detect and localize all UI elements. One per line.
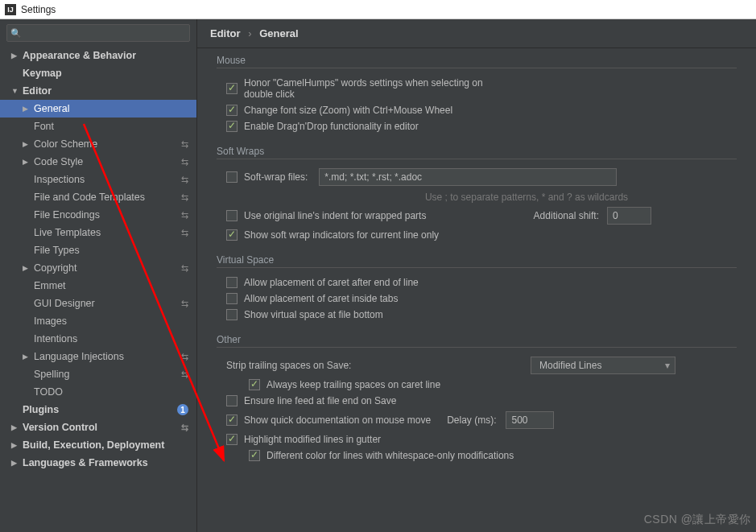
sidebar-item-gui-designer[interactable]: GUI Designer⇆ [0,295,196,312]
combo-strip[interactable]: Modified Lines [531,357,675,374]
search-input[interactable]: 🔍 [6,24,190,42]
cb-keep-trailing-input[interactable] [249,379,260,390]
sidebar-item-file-and-code-templates[interactable]: File and Code Templates⇆ [0,188,196,206]
cb-gutter[interactable]: Highlight modified lines in gutter [226,434,381,445]
lbl-lf: Ensure line feed at file end on Save [244,395,396,406]
tree-label: Spelling [34,369,69,380]
sidebar-item-build-execution-deployment[interactable]: ▶Build, Execution, Deployment [0,436,196,454]
project-scope-icon: ⇆ [181,299,188,309]
sidebar-item-spelling[interactable]: Spelling⇆ [0,365,196,383]
sidebar-item-file-encodings[interactable]: File Encodings⇆ [0,206,196,224]
tree-label: Images [34,315,67,327]
cb-dnd-input[interactable] [226,121,238,132]
search-icon: 🔍 [10,28,22,39]
cb-keep-trailing[interactable]: Always keep trailing spaces on caret lin… [249,379,440,390]
sidebar-item-code-style[interactable]: ▶Code Style⇆ [0,153,196,171]
tree-arrow-icon: ▶ [11,459,19,467]
cb-dnd[interactable]: Enable Drag'n'Drop functionality in edit… [226,121,419,132]
cb-use-indent-input[interactable] [226,210,238,221]
sidebar-item-images[interactable]: Images [0,312,196,330]
input-delay[interactable] [506,411,554,429]
sidebar-item-emmet[interactable]: Emmet [0,277,196,295]
cb-caret-eol-input[interactable] [226,277,238,288]
content-pane: Editor › General Mouse Honor "CamelHumps… [197,19,756,532]
cb-ws-color-input[interactable] [249,450,260,461]
lbl-addshift: Additional shift: [534,210,599,221]
cb-wrap-indicators-input[interactable] [226,229,238,241]
cb-quick-doc[interactable]: Show quick documentation on mouse move [226,414,431,426]
cb-softwrap-files[interactable]: Soft-wrap files: [226,171,308,183]
project-scope-icon: ⇆ [181,263,188,274]
lbl-zoom: Change font size (Zoom) with Ctrl+Mouse … [244,105,452,116]
tree-label: Keymap [23,68,62,79]
tree-label: GUI Designer [34,298,95,309]
cb-quick-doc-input[interactable] [226,414,238,426]
sidebar-item-intentions[interactable]: Intentions [0,330,196,348]
project-scope-icon: ⇆ [181,192,188,203]
combo-strip-value: Modified Lines [539,360,601,371]
cb-use-indent[interactable]: Use original line's indent for wrapped p… [226,210,426,221]
cb-softwrap-files-input[interactable] [226,171,238,183]
cb-ctrl-zoom-input[interactable] [226,105,238,116]
sidebar-item-font[interactable]: Font [0,118,196,135]
tree-arrow-icon: ▶ [23,140,31,148]
cb-ctrl-zoom[interactable]: Change font size (Zoom) with Ctrl+Mouse … [226,105,452,116]
tree-label: Appearance & Behavior [23,50,136,61]
group-title-vspace: Virtual Space [217,254,737,268]
cb-gutter-input[interactable] [226,434,238,445]
settings-panel: Mouse Honor "CamelHumps" words settings … [197,48,756,532]
cb-ensure-lf[interactable]: Ensure line feed at file end on Save [226,395,396,406]
cb-honor-camelhumps[interactable]: Honor "CamelHumps" words settings when s… [226,77,502,100]
sidebar-item-plugins[interactable]: Plugins1 [0,401,196,419]
cb-caret-tabs[interactable]: Allow placement of caret inside tabs [226,293,398,304]
sidebar-item-copyright[interactable]: ▶Copyright⇆ [0,259,196,277]
project-scope-icon: ⇆ [181,157,188,167]
tree-label: File Encodings [34,209,100,221]
cb-wrap-indicators[interactable]: Show soft wrap indicators for current li… [226,229,439,241]
sidebar-item-file-types[interactable]: File Types [0,241,196,259]
sidebar-item-todo[interactable]: TODO [0,383,196,401]
group-title-mouse: Mouse [217,55,737,68]
lbl-bottom: Show virtual space at file bottom [244,309,383,320]
group-mouse: Mouse Honor "CamelHumps" words settings … [217,55,756,134]
sidebar-item-inspections[interactable]: Inspections⇆ [0,171,196,188]
input-addshift[interactable] [607,207,651,225]
cb-vspace-bottom[interactable]: Show virtual space at file bottom [226,309,383,320]
lbl-strip: Strip trailing spaces on Save: [226,360,351,371]
tree-label: Inspections [34,174,85,185]
sidebar-item-color-scheme[interactable]: ▶Color Scheme⇆ [0,135,196,153]
sidebar-item-languages-frameworks[interactable]: ▶Languages & Frameworks [0,454,196,472]
sidebar-item-general[interactable]: ▶General [0,100,196,118]
settings-tree[interactable]: ▶Appearance & BehaviorKeymap▼Editor▶Gene… [0,47,196,532]
tree-arrow-icon: ▼ [11,87,19,95]
lbl-indicators: Show soft wrap indicators for current li… [244,229,439,241]
tree-label: File and Code Templates [34,192,145,203]
tree-label: TODO [34,386,63,398]
tree-arrow-icon: ▶ [11,423,19,431]
cb-ws-color[interactable]: Different color for lines with whitespac… [249,450,514,461]
project-scope-icon: ⇆ [181,423,188,433]
sidebar-item-keymap[interactable]: Keymap [0,64,196,82]
cb-ensure-lf-input[interactable] [226,395,238,406]
search-field[interactable] [22,27,186,39]
tree-arrow-icon: ▶ [23,158,31,166]
hint-softwrap: Use ; to separate patterns, * and ? as w… [217,188,756,204]
project-scope-icon: ⇆ [181,210,188,221]
sidebar-item-language-injections[interactable]: ▶Language Injections⇆ [0,348,196,365]
tree-label: General [34,103,69,114]
sidebar-item-appearance-behavior[interactable]: ▶Appearance & Behavior [0,47,196,64]
sidebar-item-version-control[interactable]: ▶Version Control⇆ [0,419,196,436]
crumb-general: General [259,27,298,39]
cb-vspace-bottom-input[interactable] [226,309,238,320]
app-icon: IJ [5,4,16,15]
sidebar-item-live-templates[interactable]: Live Templates⇆ [0,224,196,241]
cb-caret-eol[interactable]: Allow placement of caret after end of li… [226,277,419,288]
tree-label: Color Scheme [34,138,97,150]
tree-label: Code Style [34,156,83,167]
cb-caret-tabs-input[interactable] [226,293,238,304]
project-scope-icon: ⇆ [181,228,188,238]
lbl-eol: Allow placement of caret after end of li… [244,277,419,288]
cb-honor-camelhumps-input[interactable] [226,83,238,94]
input-softwrap-patterns[interactable] [319,168,617,186]
sidebar-item-editor[interactable]: ▼Editor [0,82,196,100]
